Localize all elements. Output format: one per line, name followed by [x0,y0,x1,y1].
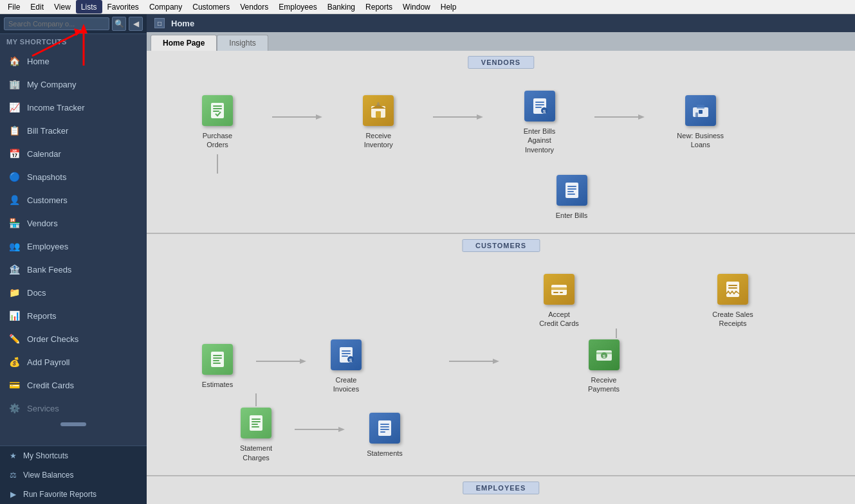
sidebar-item-snapshots-label: Snapshots [27,172,66,182]
sidebar: 🔍 ◀ My Shortcuts 🏠 Home 🏢 My Company 📈 I… [0,14,147,504]
employees-icon: 👥 [8,240,21,253]
node-statements[interactable]: Statements [346,411,423,458]
svg-rect-65 [380,424,389,425]
menu-view[interactable]: View [49,0,76,14]
svg-rect-1 [213,105,222,107]
sidebar-item-vendors[interactable]: 🏪 Vendors [0,212,147,235]
sidebar-item-reports[interactable]: 📊 Reports [0,304,147,327]
run-favorite-reports-icon: ▶ [8,489,18,500]
svg-text:$: $ [542,109,546,114]
svg-marker-18 [638,114,645,120]
customers-icon: 👤 [8,194,21,206]
svg-rect-22 [695,113,698,117]
bottom-nav-view-balances-label: View Balances [23,471,74,480]
sidebar-item-bank-feeds[interactable]: 🏦 Bank Feeds [0,258,147,281]
svg-rect-31 [553,292,558,293]
sidebar-item-home[interactable]: 🏠 Home [0,50,147,73]
snapshots-icon: 🔵 [8,170,21,183]
order-checks-icon: ✏️ [8,332,21,345]
sidebar-item-docs-label: Docs [27,288,46,298]
node-estimates[interactable]: Estimates [179,343,256,389]
sidebar-item-credit-cards[interactable]: 💳 Credit Cards [0,374,147,397]
svg-rect-34 [728,285,737,286]
menu-edit[interactable]: Edit [25,0,49,14]
sidebar-item-customers[interactable]: 👤 Customers [0,188,147,212]
menu-lists[interactable]: Lists [76,0,102,14]
menu-customers[interactable]: Customers [187,0,235,14]
svg-rect-58 [252,419,261,420]
sidebar-item-docs[interactable]: 📁 Docs [0,281,147,304]
sidebar-item-my-company-label: My Company [27,80,77,89]
bottom-nav-run-favorite-reports[interactable]: ▶ Run Favorite Reports [0,485,147,504]
sidebar-bottom: ★ My Shortcuts ⚖ View Balances ▶ Run Fav… [0,446,147,504]
tab-home-page[interactable]: Home Page [151,35,217,51]
sidebar-nav: 🏠 Home 🏢 My Company 📈 Income Tracker 📋 B… [0,50,147,446]
reports-icon: 📊 [8,309,21,322]
menu-file[interactable]: File [3,0,25,14]
menu-vendors[interactable]: Vendors [235,0,273,14]
node-enter-bills[interactable]: Enter Bills [533,174,611,220]
menu-favorites[interactable]: Favorites [102,0,144,14]
bottom-nav-view-balances[interactable]: ⚖ View Balances [0,465,147,485]
new-business-loans-label: New: BusinessLoans [677,131,724,150]
svg-rect-66 [380,426,389,428]
svg-rect-35 [728,287,737,289]
back-button[interactable]: ◀ [129,17,143,31]
menu-employees[interactable]: Employees [273,0,322,14]
svg-rect-46 [342,353,351,354]
purchase-orders-icon [202,95,233,126]
bottom-nav-my-shortcuts[interactable]: ★ My Shortcuts [0,446,147,465]
node-receive-payments[interactable]: $ ReceivePayments [565,338,643,394]
menu-reports[interactable]: Reports [360,0,398,14]
menu-banking[interactable]: Banking [322,0,360,14]
receive-inventory-icon [363,95,394,126]
svg-rect-2 [213,108,222,109]
sidebar-item-add-payroll-label: Add Payroll [27,357,69,367]
svg-rect-21 [699,110,703,114]
sidebar-item-bill-tracker[interactable]: 📋 Bill Tracker [0,119,147,142]
sidebar-item-order-checks[interactable]: ✏️ Order Checks [0,327,147,350]
sidebar-item-services[interactable]: ⚙️ Services [0,397,147,420]
arrow-ci-to-rp [449,357,501,365]
svg-marker-5 [316,114,322,120]
tab-insights[interactable]: Insights [217,35,268,51]
sidebar-item-income-tracker-label: Income Tracker [27,103,85,113]
view-balances-icon: ⚖ [8,470,18,480]
node-create-invoices[interactable]: $ CreateInvoices [308,338,385,394]
node-purchase-orders[interactable]: PurchaseOrders [179,94,256,150]
sidebar-item-snapshots[interactable]: 🔵 Snapshots [0,165,147,188]
add-payroll-icon: 💰 [8,356,21,368]
node-create-sales-receipts[interactable]: Create SalesReceipts [694,273,771,328]
search-input[interactable] [4,17,109,30]
sidebar-item-employees[interactable]: 👥 Employees [0,235,147,258]
create-invoices-icon: $ [331,339,362,370]
svg-text:$: $ [602,354,605,359]
vert-line-ci-up [255,393,257,406]
sidebar-item-income-tracker[interactable]: 📈 Income Tracker [0,96,147,119]
sidebar-item-calendar[interactable]: 📅 Calendar [0,142,147,165]
node-accept-credit-cards[interactable]: AcceptCredit Cards [520,273,598,328]
purchase-orders-label: PurchaseOrders [203,131,232,150]
node-receive-inventory[interactable]: ReceiveInventory [340,94,417,150]
calendar-icon: 📅 [8,147,21,160]
node-statement-charges[interactable]: StatementCharges [217,406,295,462]
menu-help[interactable]: Help [436,0,462,14]
bottom-nav-my-shortcuts-label: My Shortcuts [23,451,68,460]
sidebar-item-add-payroll[interactable]: 💰 Add Payroll [0,350,147,374]
vendors-icon: 🏪 [8,217,21,230]
window-minimize-icon[interactable]: □ [154,18,165,28]
svg-rect-41 [213,363,221,364]
svg-text:$: $ [349,357,353,363]
svg-rect-67 [380,429,389,430]
home-icon: 🏠 [8,55,21,68]
svg-marker-63 [338,427,345,432]
sidebar-item-my-company[interactable]: 🏢 My Company [0,73,147,96]
enter-bills-icon [556,175,587,206]
search-button[interactable]: 🔍 [112,17,126,31]
company-icon: 🏢 [8,78,21,91]
node-enter-bills-against-inventory[interactable]: $ Enter BillsAgainstInventory [501,89,578,154]
menu-window[interactable]: Window [398,0,436,14]
node-new-business-loans[interactable]: New: BusinessLoans [662,94,739,150]
svg-marker-8 [376,102,380,106]
menu-company[interactable]: Company [144,0,187,14]
